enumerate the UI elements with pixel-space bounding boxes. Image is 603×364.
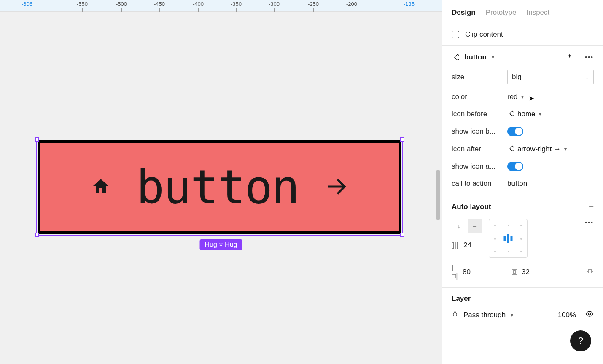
svg-rect-5: [513, 271, 516, 273]
layer-title: Layer: [452, 294, 471, 303]
spacing-icon: ]|[: [452, 241, 459, 249]
eye-icon[interactable]: [585, 310, 594, 320]
panel-tabs: Design Prototype Inspect: [442, 0, 603, 24]
properties-panel: Design Prototype Inspect Clip content bu…: [442, 0, 603, 364]
svg-rect-7: [588, 270, 592, 273]
prop-cta-input[interactable]: button: [507, 179, 594, 188]
size-badge: Hug × Hug: [200, 239, 242, 250]
gap-value[interactable]: 24: [463, 241, 471, 249]
blend-mode-value[interactable]: Pass through: [463, 311, 506, 319]
svg-rect-1: [455, 54, 459, 60]
svg-point-12: [589, 313, 591, 315]
padding-v-value[interactable]: 32: [522, 268, 530, 276]
svg-rect-2: [510, 111, 514, 116]
show-icon-before-toggle[interactable]: [507, 127, 523, 136]
prop-cta-value: button: [507, 179, 527, 188]
more-icon[interactable]: •••: [585, 54, 594, 61]
button-component[interactable]: button: [38, 140, 401, 234]
padding-h-icon: |□|: [452, 264, 459, 281]
prop-icon-after-value: arrow-right →: [517, 145, 561, 153]
component-name[interactable]: button: [464, 53, 487, 62]
auto-layout-title: Auto layout: [452, 203, 491, 211]
component-icon: [452, 53, 459, 62]
button-text: button: [136, 160, 299, 214]
direction-vertical-button[interactable]: ↓: [452, 219, 466, 233]
chevron-down-icon: ▾: [539, 111, 541, 117]
chevron-down-icon[interactable]: ▾: [511, 312, 513, 318]
tab-inspect[interactable]: Inspect: [526, 8, 549, 17]
help-button[interactable]: ?: [570, 330, 591, 351]
chevron-down-icon: ▾: [521, 94, 524, 100]
prop-size-value: big: [512, 73, 522, 81]
auto-layout-more-icon[interactable]: •••: [585, 219, 594, 226]
direction-horizontal-button[interactable]: →: [468, 219, 482, 233]
tab-prototype[interactable]: Prototype: [486, 8, 517, 17]
opacity-value[interactable]: 100%: [558, 311, 576, 319]
prop-color-label: color: [452, 93, 502, 101]
component-sparkle-icon[interactable]: [566, 53, 573, 61]
chevron-down-icon: ▾: [564, 146, 567, 152]
svg-rect-3: [510, 146, 514, 151]
independent-padding-icon[interactable]: [586, 268, 594, 277]
prop-icon-after-select[interactable]: arrow-right → ▾: [507, 145, 594, 153]
prop-color-value: red: [507, 93, 518, 101]
prop-size-select[interactable]: big ⌄: [507, 70, 594, 84]
chevron-down-icon[interactable]: ▾: [492, 54, 494, 60]
diamond-icon: [507, 145, 514, 153]
prop-show-icon-after-label: show icon a...: [452, 162, 502, 171]
prop-icon-before-label: icon before: [452, 110, 502, 118]
canvas-area[interactable]: -606 -550 -500 -450 -400 -350 -300 -250 …: [0, 0, 442, 364]
canvas[interactable]: button Hug × Hug: [0, 12, 442, 364]
clip-content-label: Clip content: [465, 30, 503, 39]
arrow-right-icon: [324, 174, 349, 200]
remove-auto-layout-button[interactable]: −: [589, 202, 594, 211]
prop-color-select[interactable]: red ▾: [507, 93, 594, 101]
prop-size-label: size: [452, 73, 502, 81]
chevron-down-icon: ⌄: [585, 74, 589, 80]
blend-icon[interactable]: [452, 310, 458, 319]
ruler-end: -135: [404, 1, 415, 7]
help-label: ?: [578, 335, 583, 346]
padding-v-icon: [511, 269, 518, 276]
prop-show-icon-before-label: show icon b...: [452, 127, 502, 136]
ruler-start: -606: [22, 1, 32, 7]
clip-content-checkbox[interactable]: [452, 31, 459, 38]
diamond-icon: [507, 110, 514, 118]
prop-icon-after-label: icon after: [452, 145, 502, 153]
show-icon-after-toggle[interactable]: [507, 162, 523, 171]
prop-cta-label: call to action: [452, 179, 502, 188]
prop-icon-before-select[interactable]: home ▾: [507, 110, 594, 118]
ruler: -606 -550 -500 -450 -400 -350 -300 -250 …: [0, 0, 442, 12]
tab-design[interactable]: Design: [452, 8, 476, 17]
alignment-grid[interactable]: [489, 219, 528, 258]
vertical-scrollbar[interactable]: [436, 170, 440, 220]
home-icon: [91, 177, 111, 198]
prop-icon-before-value: home: [517, 110, 536, 118]
padding-h-value[interactable]: 80: [463, 268, 471, 276]
